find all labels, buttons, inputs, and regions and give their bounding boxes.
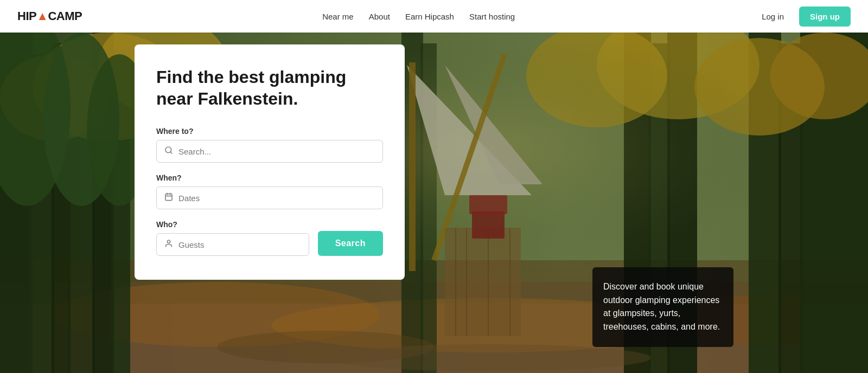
svg-point-54 bbox=[167, 240, 170, 243]
search-card: Find the best glamping near Falkenstein.… bbox=[135, 44, 405, 280]
brand-name: HIP▲CAMP bbox=[17, 9, 82, 23]
who-label: Who? bbox=[156, 220, 309, 229]
when-form-group: When? bbox=[156, 173, 383, 209]
svg-rect-50 bbox=[165, 194, 172, 201]
navbar: HIP▲CAMP Near me About Earn Hipcash Star… bbox=[0, 0, 868, 33]
info-box: Discover and book unique outdoor glampin… bbox=[592, 267, 733, 347]
calendar-icon bbox=[164, 192, 173, 203]
nav-about[interactable]: About bbox=[369, 12, 390, 21]
when-input-wrapper[interactable] bbox=[156, 186, 383, 209]
search-input[interactable] bbox=[178, 147, 375, 156]
hero-heading: Find the best glamping near Falkenstein. bbox=[156, 66, 383, 110]
search-icon bbox=[164, 146, 173, 157]
who-input-wrapper[interactable] bbox=[156, 233, 309, 256]
search-button[interactable]: Search bbox=[318, 231, 383, 256]
where-input-wrapper[interactable] bbox=[156, 140, 383, 163]
svg-line-49 bbox=[170, 152, 172, 153]
login-button[interactable]: Log in bbox=[755, 8, 790, 25]
where-label: Where to? bbox=[156, 127, 383, 136]
signup-button[interactable]: Sign up bbox=[799, 7, 851, 27]
svg-rect-46 bbox=[0, 0, 868, 373]
nav-links: Near me About Earn Hipcash Start hosting bbox=[322, 12, 515, 21]
guests-input[interactable] bbox=[178, 240, 301, 249]
dates-input[interactable] bbox=[178, 194, 375, 203]
hero-background bbox=[0, 0, 868, 373]
person-icon bbox=[164, 239, 173, 250]
nav-start-hosting[interactable]: Start hosting bbox=[469, 12, 515, 21]
where-form-group: Where to? bbox=[156, 127, 383, 163]
info-box-text: Discover and book unique outdoor glampin… bbox=[603, 280, 723, 334]
hero-section: Find the best glamping near Falkenstein.… bbox=[0, 0, 868, 373]
who-form-group: Who? bbox=[156, 220, 309, 256]
logo[interactable]: HIP▲CAMP bbox=[17, 9, 82, 23]
nav-actions: Log in Sign up bbox=[755, 7, 851, 27]
who-search-row: Who? Search bbox=[156, 220, 383, 256]
nav-earn-hipcash[interactable]: Earn Hipcash bbox=[405, 12, 454, 21]
when-label: When? bbox=[156, 173, 383, 182]
nav-near-me[interactable]: Near me bbox=[322, 12, 354, 21]
